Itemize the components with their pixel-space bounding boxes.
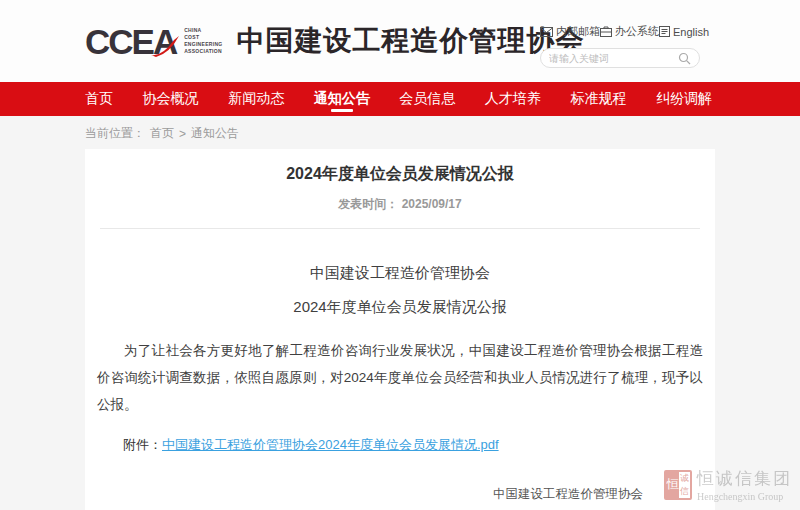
nav-item-label: 协会概况 — [143, 90, 199, 108]
utility-link-label: 内部邮箱 — [556, 24, 600, 39]
attachment-row: 附件：中国建设工程造价管理协会2024年度单位会员发展情况.pdf — [123, 436, 703, 454]
nav-item-news[interactable]: 新闻动态 — [228, 82, 284, 116]
nav-item-about[interactable]: 协会概况 — [143, 82, 199, 116]
nav-item-standards[interactable]: 标准规程 — [570, 82, 626, 116]
logo-subline: COST — [184, 34, 222, 41]
breadcrumb-prefix: 当前位置： — [85, 125, 145, 142]
translate-icon — [659, 26, 670, 37]
logo-acronym: CCEA — [85, 24, 176, 59]
nav-item-notices[interactable]: 通知公告 — [314, 82, 370, 116]
briefcase-icon — [600, 26, 612, 37]
attachment-pdf-link[interactable]: 中国建设工程造价管理协会2024年度单位会员发展情况.pdf — [162, 437, 499, 452]
main-nav: 首页 协会概况 新闻动态 通知公告 会员信息 人才培养 标准规程 纠纷调解 — [0, 82, 800, 116]
article-card: 2024年度单位会员发展情况公报 发表时间： 2025/09/17 中国建设工程… — [85, 149, 715, 510]
active-underline — [331, 109, 353, 112]
breadcrumb-separator: > — [179, 127, 186, 141]
header-utilities: 内部邮箱 办公系统 English — [540, 24, 700, 68]
article-publish-date: 发表时间： 2025/09/17 — [85, 196, 715, 213]
nav-item-label: 新闻动态 — [228, 90, 284, 108]
nav-item-home[interactable]: 首页 — [85, 82, 113, 116]
divider — [100, 228, 700, 229]
utility-link-label: 办公系统 — [615, 24, 659, 39]
signature-name: 中国建设工程造价管理协会 — [493, 486, 643, 503]
english-link[interactable]: English — [659, 26, 709, 38]
logo-subline: CHINA — [184, 27, 222, 34]
nav-item-label: 人才培养 — [485, 90, 541, 108]
nav-item-label: 会员信息 — [399, 90, 455, 108]
nav-item-label: 首页 — [85, 90, 113, 108]
article-heading-org: 中国建设工程造价管理协会 — [85, 264, 715, 283]
article-title: 2024年度单位会员发展情况公报 — [85, 149, 715, 185]
attachment-label: 附件： — [123, 437, 162, 452]
breadcrumb-home-link[interactable]: 首页 — [150, 125, 174, 142]
signature-block: 中国建设工程造价管理协会 2025年9月17日 — [85, 486, 715, 510]
nav-item-members[interactable]: 会员信息 — [399, 82, 455, 116]
site-title: 中国建设工程造价管理协会 — [237, 22, 585, 60]
nav-item-training[interactable]: 人才培养 — [485, 82, 541, 116]
search-input[interactable] — [549, 53, 678, 64]
article-heading-title: 2024年度单位会员发展情况公报 — [85, 298, 715, 317]
nav-item-label: 纠纷调解 — [656, 90, 712, 108]
breadcrumb: 当前位置： 首页 > 通知公告 — [85, 125, 800, 142]
site-logo[interactable]: CCEA CHINA COST ENGINEERING ASSOCIATION — [85, 24, 223, 59]
nav-item-label: 标准规程 — [570, 90, 626, 108]
search-icon — [678, 52, 691, 65]
logo-subtext: CHINA COST ENGINEERING ASSOCIATION — [184, 27, 222, 55]
nav-item-mediation[interactable]: 纠纷调解 — [656, 82, 712, 116]
article-body: 为了让社会各方更好地了解工程造价咨询行业发展状况，中国建设工程造价管理协会根据工… — [97, 337, 703, 418]
utility-link-label: English — [673, 26, 709, 38]
site-header: CCEA CHINA COST ENGINEERING ASSOCIATION … — [0, 0, 800, 82]
internal-mail-link[interactable]: 内部邮箱 — [540, 24, 600, 39]
nav-item-label: 通知公告 — [314, 90, 370, 108]
breadcrumb-current: 通知公告 — [191, 125, 239, 142]
mail-icon — [540, 27, 553, 37]
search-box — [540, 48, 700, 68]
logo-subline: ENGINEERING — [184, 41, 222, 48]
logo-swoosh-icon — [150, 36, 180, 58]
utility-links: 内部邮箱 办公系统 English — [540, 24, 700, 39]
logo-subline: ASSOCIATION — [184, 48, 222, 55]
office-system-link[interactable]: 办公系统 — [600, 24, 659, 39]
search-button[interactable] — [678, 52, 691, 65]
